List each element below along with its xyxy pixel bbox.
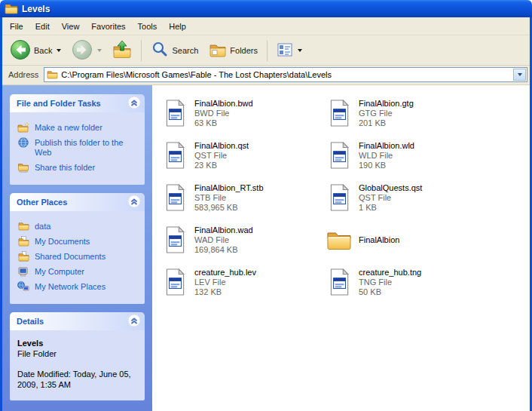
file-tile[interactable]: FinalAlbion.gtgGTG File201 KB	[326, 92, 490, 134]
file-name: creature_hub.tng	[359, 268, 421, 278]
file-tile[interactable]: FinalAlbion.qstQST File23 KB	[161, 134, 326, 176]
place-label: My Documents	[35, 236, 90, 247]
menu-edit[interactable]: Edit	[29, 19, 56, 34]
forward-dropdown-arrow-icon[interactable]	[97, 49, 102, 52]
file-size: 201 KB	[359, 118, 414, 128]
panel-details: Details Levels File Folder Date Mod	[10, 312, 145, 400]
address-path: C:\Program Files\Microsoft Games\Fable -…	[61, 70, 510, 79]
place-label: My Network Places	[35, 281, 105, 292]
details-folder-type: File Folder	[17, 348, 137, 359]
generic-file-icon	[326, 100, 353, 127]
file-size: 63 KB	[194, 118, 253, 128]
folder-icon	[326, 229, 353, 250]
toolbar: Back	[2, 35, 530, 66]
up-button[interactable]	[108, 38, 136, 63]
details-folder-name: Levels	[17, 338, 137, 348]
menu-file[interactable]: File	[4, 19, 29, 34]
address-folder-icon	[47, 69, 58, 81]
other-places-header[interactable]: Other Places	[10, 193, 145, 211]
views-icon	[277, 41, 293, 60]
task-make-new-folder[interactable]: Make a new folder	[17, 122, 140, 133]
generic-file-icon	[161, 226, 188, 253]
menu-tools[interactable]: Tools	[132, 19, 164, 34]
file-tile[interactable]: FinalAlbion.wldWLD File190 KB	[326, 134, 490, 176]
task-label: Share this folder	[35, 162, 95, 173]
place-data[interactable]: data	[17, 221, 140, 232]
file-tile[interactable]: creature_hub.levLEV File132 KB	[161, 261, 326, 303]
file-tile[interactable]: FinalAlbion.wadWAD File169,864 KB	[161, 219, 326, 261]
file-name: FinalAlbion.bwd	[194, 99, 253, 109]
file-tiles-grid: FinalAlbion.bwdBWD File63 KB FinalAlbion…	[161, 92, 530, 303]
toolbar-separator	[267, 40, 268, 61]
file-type: LEV File	[194, 278, 256, 287]
collapse-chevron-icon[interactable]	[127, 314, 141, 329]
place-my-network-places[interactable]: My Network Places	[17, 281, 140, 292]
details-body: Levels File Folder Date Modified: Today,…	[10, 330, 145, 400]
file-tile[interactable]: GlobalQuests.qstQST File1 KB	[326, 176, 490, 219]
file-tile[interactable]: FinalAlbion_RT.stbSTB File583,965 KB	[161, 176, 326, 219]
place-label: My Computer	[35, 266, 84, 277]
folder-tile[interactable]: FinalAlbion	[326, 219, 490, 261]
address-dropdown-button[interactable]	[513, 69, 526, 81]
file-tasks-header[interactable]: File and Folder Tasks	[10, 94, 145, 112]
task-pane: File and Folder Tasks	[2, 85, 152, 411]
shared-documents-icon	[17, 251, 29, 262]
file-tasks-body: Make a new folder Publish this folder t	[10, 112, 145, 185]
back-label: Back	[34, 46, 52, 55]
file-type: TNG File	[359, 278, 421, 287]
task-label: Publish this folder to the Web	[35, 137, 140, 158]
file-type: QST File	[194, 151, 249, 161]
file-tile[interactable]: FinalAlbion.bwdBWD File63 KB	[161, 92, 326, 134]
folder-icon	[17, 221, 29, 231]
generic-file-icon	[326, 268, 353, 296]
file-type: BWD File	[194, 109, 253, 118]
file-tasks-title: File and Folder Tasks	[17, 99, 101, 108]
details-title: Details	[17, 317, 44, 326]
file-size: 23 KB	[194, 161, 249, 170]
menu-favorites[interactable]: Favorites	[85, 19, 131, 34]
collapse-chevron-icon[interactable]	[127, 195, 141, 210]
file-name: FinalAlbion.wld	[359, 141, 414, 151]
new-folder-icon	[17, 122, 29, 133]
main-area: File and Folder Tasks	[2, 85, 530, 411]
file-name: FinalAlbion	[359, 235, 399, 245]
address-label: Address	[8, 70, 38, 79]
back-icon	[10, 39, 31, 62]
place-label: Shared Documents	[35, 251, 105, 262]
collapse-chevron-icon[interactable]	[127, 96, 141, 111]
panel-file-tasks: File and Folder Tasks	[10, 94, 145, 185]
menu-view[interactable]: View	[56, 19, 86, 34]
task-publish-to-web[interactable]: Publish this folder to the Web	[17, 137, 140, 158]
place-shared-documents[interactable]: Shared Documents	[17, 251, 140, 262]
file-size: 583,965 KB	[194, 203, 264, 213]
address-dropdown-arrow-icon	[518, 73, 522, 76]
file-type: GTG File	[359, 109, 414, 118]
place-my-computer[interactable]: My Computer	[17, 266, 140, 277]
file-size: 132 KB	[194, 287, 256, 297]
file-size: 50 KB	[359, 287, 421, 297]
search-button[interactable]: Search	[146, 38, 203, 63]
generic-file-icon	[161, 184, 188, 211]
toolbar-separator	[141, 40, 142, 61]
folders-label: Folders	[230, 46, 258, 55]
details-header[interactable]: Details	[10, 312, 145, 330]
file-name: GlobalQuests.qst	[359, 183, 422, 193]
window-folder-icon	[5, 2, 18, 16]
back-dropdown-arrow-icon[interactable]	[57, 49, 61, 52]
forward-button[interactable]	[67, 37, 106, 64]
views-button[interactable]	[272, 39, 307, 62]
panel-other-places: Other Places	[10, 193, 145, 304]
folders-button[interactable]: Folders	[204, 38, 262, 63]
publish-web-globe-icon	[17, 137, 29, 148]
address-combo[interactable]: C:\Program Files\Microsoft Games\Fable -…	[44, 67, 527, 82]
file-type: QST File	[359, 193, 422, 203]
place-my-documents[interactable]: My Documents	[17, 236, 140, 247]
generic-file-icon	[161, 142, 188, 169]
menu-help[interactable]: Help	[163, 19, 192, 34]
back-button[interactable]: Back	[5, 37, 66, 64]
task-share-folder[interactable]: Share this folder	[17, 162, 140, 173]
generic-file-icon	[161, 268, 188, 296]
details-date-modified: Date Modified: Today, June 05, 2009, 1:3…	[17, 369, 137, 390]
views-dropdown-arrow-icon[interactable]	[298, 49, 302, 52]
file-tile[interactable]: creature_hub.tngTNG File50 KB	[326, 261, 490, 303]
